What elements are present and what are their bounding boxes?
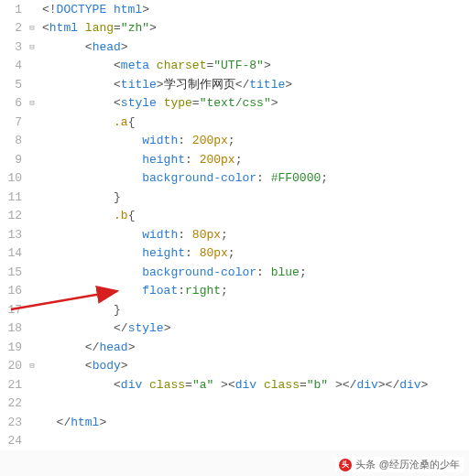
code-content[interactable]: <html lang="zh"> — [38, 21, 157, 35]
code-line[interactable]: 4 <meta charset="UTF-8"> — [0, 57, 469, 76]
code-line[interactable]: 1<!DOCTYPE html> — [0, 0, 469, 19]
line-number: 14 — [0, 246, 26, 260]
line-number: 18 — [0, 321, 26, 335]
code-content[interactable]: </style> — [38, 321, 170, 335]
code-line[interactable]: 22 — [0, 395, 469, 414]
code-line[interactable]: 6⊟ <style type="text/css"> — [0, 94, 469, 114]
code-line[interactable]: 2⊟<html lang="zh"> — [0, 19, 469, 38]
line-number: 3 — [0, 40, 26, 54]
line-number: 19 — [0, 341, 26, 354]
code-content[interactable]: background-color: blue; — [38, 265, 307, 279]
line-number: 9 — [0, 153, 26, 167]
code-line[interactable]: 13 width: 80px; — [0, 225, 469, 244]
code-content[interactable]: .b{ — [38, 209, 135, 222]
fold-toggle[interactable]: ⊟ — [26, 23, 38, 33]
fold-toggle[interactable]: ⊟ — [26, 98, 38, 108]
code-content[interactable]: <style type="text/css"> — [38, 96, 278, 110]
line-number: 10 — [0, 171, 26, 185]
line-number: 12 — [0, 209, 26, 222]
code-line[interactable]: 18 </style> — [0, 319, 469, 339]
code-line[interactable]: 17 } — [0, 300, 469, 319]
code-line[interactable]: 19 </head> — [0, 338, 469, 357]
code-content[interactable]: background-color: #FF0000; — [38, 171, 328, 185]
code-line[interactable]: 5 <title>学习制作网页</title> — [0, 75, 469, 94]
code-line[interactable]: 15 background-color: blue; — [0, 263, 469, 282]
line-number: 20 — [0, 359, 26, 373]
code-content[interactable]: </html> — [38, 416, 106, 429]
line-number: 23 — [0, 416, 26, 429]
code-content[interactable]: width: 200px; — [38, 134, 235, 147]
line-number: 15 — [0, 265, 26, 279]
line-number: 24 — [0, 434, 26, 448]
code-line[interactable]: 11 } — [0, 188, 469, 207]
code-line[interactable]: 12 .b{ — [0, 207, 469, 226]
watermark-suffix: @经历沧桑的少年 — [379, 458, 460, 471]
code-line[interactable]: 7 .a{ — [0, 113, 469, 132]
code-content[interactable]: .a{ — [38, 115, 135, 129]
code-line[interactable]: 24 — [0, 432, 469, 451]
code-content[interactable]: <title>学习制作网页</title> — [38, 76, 292, 92]
code-line[interactable]: 21 <div class="a" ><div class="b" ></div… — [0, 375, 469, 395]
code-line[interactable]: 8 width: 200px; — [0, 132, 469, 151]
fold-toggle[interactable]: ⊟ — [26, 42, 38, 52]
line-number: 1 — [0, 3, 26, 16]
line-number: 7 — [0, 115, 26, 129]
code-content[interactable]: float:right; — [38, 284, 228, 298]
code-line[interactable]: 14 height: 80px; — [0, 244, 469, 264]
code-content[interactable]: <body> — [38, 359, 128, 373]
code-content[interactable]: width: 80px; — [38, 228, 228, 242]
code-line[interactable]: 23 </html> — [0, 413, 469, 432]
code-line[interactable]: 9 height: 200px; — [0, 150, 469, 169]
fold-toggle[interactable]: ⊟ — [26, 361, 38, 371]
line-number: 13 — [0, 228, 26, 242]
watermark-icon: 头 — [339, 459, 352, 471]
code-line[interactable]: 10 background-color: #FF0000; — [0, 169, 469, 189]
line-number: 21 — [0, 378, 26, 392]
line-number: 11 — [0, 190, 26, 204]
line-number: 16 — [0, 284, 26, 298]
code-line[interactable]: 20⊟ <body> — [0, 357, 469, 376]
code-content[interactable]: </head> — [38, 341, 135, 354]
code-content[interactable]: height: 200px; — [38, 153, 242, 167]
code-editor[interactable]: 1<!DOCTYPE html>2⊟<html lang="zh">3⊟ <he… — [0, 0, 469, 450]
code-content[interactable]: height: 80px; — [38, 246, 235, 260]
line-number: 22 — [0, 396, 26, 410]
line-number: 8 — [0, 134, 26, 147]
code-line[interactable]: 3⊟ <head> — [0, 38, 469, 57]
line-number: 2 — [0, 21, 26, 35]
code-content[interactable]: } — [38, 303, 121, 317]
code-content[interactable]: <!DOCTYPE html> — [38, 3, 149, 16]
code-content[interactable]: <meta charset="UTF-8"> — [38, 59, 271, 72]
line-number: 5 — [0, 78, 26, 92]
code-content[interactable]: } — [38, 190, 121, 204]
watermark: 头 头条 @经历沧桑的少年 — [335, 457, 464, 472]
watermark-prefix: 头条 — [355, 458, 376, 471]
code-content[interactable]: <head> — [38, 40, 128, 54]
line-number: 17 — [0, 303, 26, 317]
line-number: 4 — [0, 59, 26, 72]
code-line[interactable]: 16 float:right; — [0, 282, 469, 301]
code-content[interactable]: <div class="a" ><div class="b" ></div></… — [38, 378, 428, 392]
line-number: 6 — [0, 96, 26, 110]
